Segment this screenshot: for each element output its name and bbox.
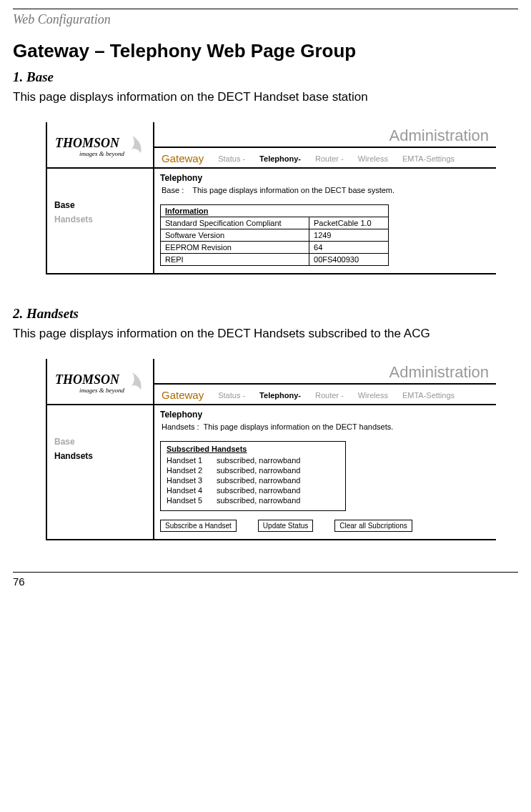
subscribe-handset-button[interactable]: Subscribe a Handset [160, 520, 237, 532]
page-description: Base : This page displays information on… [162, 186, 490, 194]
list-item: Handset 3subscribed, narrowband [167, 476, 339, 485]
side-nav: Base Handsets [47, 169, 154, 273]
admin-panel-handsets: THOMSON images & beyond Administration G… [46, 359, 496, 540]
table-row: REPI 00FS400930 [161, 254, 389, 266]
header-rule [13, 9, 518, 9]
table-row: EEPROM Revision 64 [161, 242, 389, 254]
sidebar-item-base[interactable]: Base [54, 200, 146, 210]
subscribed-handsets-box: Subscribed Handsets Handset 1subscribed,… [160, 441, 346, 511]
section-label: Telephony [160, 173, 490, 183]
table-row: Software Version 1249 [161, 229, 389, 242]
content-area: Telephony Handsets : This page displays … [154, 405, 496, 539]
svg-text:THOMSON: THOMSON [55, 372, 120, 387]
admin-title: Administration [154, 122, 496, 148]
gateway-label: Gateway [162, 152, 204, 164]
heading-handsets: 2. Handsets [13, 306, 518, 322]
gateway-label: Gateway [162, 389, 204, 401]
tab-wireless[interactable]: Wireless [358, 154, 388, 163]
svg-text:THOMSON: THOMSON [55, 136, 120, 150]
tab-telephony[interactable]: Telephony- [259, 154, 301, 163]
section-label: Telephony [160, 410, 490, 420]
list-item: Handset 5subscribed, narrowband [167, 496, 339, 505]
list-item: Handset 1subscribed, narrowband [167, 456, 339, 465]
clear-all-subscriptions-button[interactable]: Clear all Subcriptions [334, 520, 412, 532]
svg-text:images & beyond: images & beyond [79, 387, 124, 394]
admin-panel-base: THOMSON images & beyond Administration G… [46, 122, 496, 274]
page-description: Handsets : This page displays informatio… [162, 422, 490, 431]
tab-emta-settings[interactable]: EMTA-Settings [402, 391, 455, 400]
tab-wireless[interactable]: Wireless [358, 391, 388, 400]
sidebar-item-base[interactable]: Base [54, 437, 146, 447]
brand-logo: THOMSON images & beyond [47, 122, 154, 167]
side-nav: Base Handsets [47, 405, 154, 539]
table-row: Standard Specification Compliant PacketC… [161, 217, 389, 229]
thomson-logo-icon: THOMSON images & beyond [54, 132, 147, 162]
update-status-button[interactable]: Update Status [258, 520, 313, 532]
list-item: Handset 4subscribed, narrowband [167, 486, 339, 495]
brand-logo: THOMSON images & beyond [47, 359, 154, 404]
tab-router[interactable]: Router - [315, 154, 344, 163]
tab-emta-settings[interactable]: EMTA-Settings [402, 154, 455, 163]
content-area: Telephony Base : This page displays info… [154, 169, 496, 273]
sidebar-item-handsets[interactable]: Handsets [54, 451, 146, 461]
information-table: Information Standard Specification Compl… [160, 204, 389, 266]
body-handsets: This page displays information on the DE… [13, 326, 518, 342]
tab-router[interactable]: Router - [315, 391, 344, 400]
tab-status[interactable]: Status - [218, 391, 245, 400]
svg-text:images & beyond: images & beyond [79, 150, 124, 157]
tab-telephony[interactable]: Telephony- [259, 391, 301, 400]
tab-status[interactable]: Status - [218, 154, 245, 163]
sub-title: Subscribed Handsets [167, 445, 339, 453]
list-item: Handset 2subscribed, narrowband [167, 466, 339, 475]
info-header: Information [161, 205, 389, 217]
body-base: This page displays information on the DE… [13, 89, 518, 105]
tab-bar: Gateway Status - Telephony- Router - Wir… [154, 148, 496, 167]
tab-bar: Gateway Status - Telephony- Router - Wir… [154, 385, 496, 404]
admin-title: Administration [154, 359, 496, 385]
running-head: Web Configuration [13, 12, 518, 27]
sidebar-item-handsets[interactable]: Handsets [54, 214, 146, 224]
page-number: 76 [13, 575, 25, 588]
page-title: Gateway – Telephony Web Page Group [13, 40, 518, 62]
footer-rule [13, 572, 518, 573]
heading-base: 1. Base [13, 69, 518, 85]
thomson-logo-icon: THOMSON images & beyond [54, 368, 147, 398]
